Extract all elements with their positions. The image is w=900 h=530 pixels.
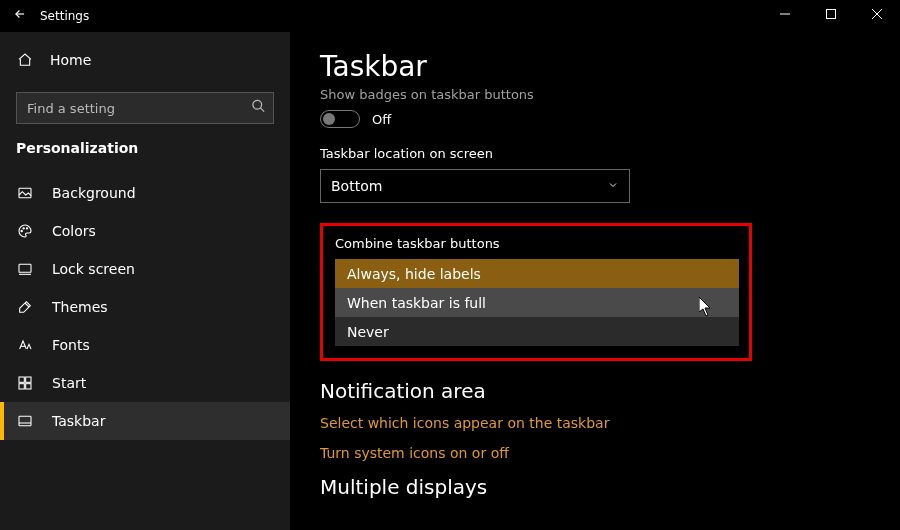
svg-rect-13 — [19, 377, 24, 382]
nav-label: Start — [52, 375, 86, 391]
lock-screen-icon — [16, 260, 34, 278]
colors-icon — [16, 222, 34, 240]
category-label: Personalization — [0, 134, 290, 170]
nav-label: Background — [52, 185, 136, 201]
combine-highlight: Combine taskbar buttons Always, hide lab… — [320, 223, 752, 361]
badges-toggle[interactable] — [320, 110, 360, 128]
link-select-icons[interactable]: Select which icons appear on the taskbar — [320, 415, 900, 431]
taskbar-icon — [16, 412, 34, 430]
svg-rect-15 — [19, 384, 24, 389]
svg-rect-16 — [26, 384, 31, 389]
nav-label: Taskbar — [52, 413, 105, 429]
svg-line-5 — [260, 108, 264, 112]
combine-dropdown-list: Always, hide labels When taskbar is full… — [335, 259, 739, 346]
notification-section: Notification area — [320, 379, 900, 403]
nav-label: Fonts — [52, 337, 90, 353]
themes-icon — [16, 298, 34, 316]
window-title: Settings — [40, 9, 89, 23]
svg-point-9 — [26, 228, 27, 229]
nav-fonts[interactable]: Fonts — [0, 326, 290, 364]
link-system-icons[interactable]: Turn system icons on or off — [320, 445, 900, 461]
svg-point-4 — [253, 100, 262, 109]
nav-lock-screen[interactable]: Lock screen — [0, 250, 290, 288]
nav-list: Background Colors Lock screen — [0, 174, 290, 440]
nav-label: Lock screen — [52, 261, 135, 277]
home-icon — [16, 51, 34, 69]
maximize-button[interactable] — [808, 0, 854, 32]
titlebar: Settings — [0, 0, 900, 32]
back-button[interactable] — [0, 0, 40, 32]
minimize-button[interactable] — [762, 0, 808, 32]
content: Taskbar Show badges on taskbar buttons O… — [290, 32, 900, 530]
sidebar: Home Personalization Background — [0, 32, 290, 530]
chevron-down-icon — [607, 179, 619, 194]
start-icon — [16, 374, 34, 392]
location-label: Taskbar location on screen — [320, 146, 900, 161]
close-button[interactable] — [854, 0, 900, 32]
search-input[interactable] — [16, 92, 274, 124]
search-wrap — [16, 92, 274, 124]
page-title: Taskbar — [320, 50, 900, 83]
nav-label: Colors — [52, 223, 96, 239]
nav-colors[interactable]: Colors — [0, 212, 290, 250]
combine-option-never[interactable]: Never — [335, 317, 739, 346]
nav-taskbar[interactable]: Taskbar — [0, 402, 290, 440]
svg-rect-10 — [19, 264, 31, 272]
location-value: Bottom — [331, 178, 382, 194]
svg-rect-14 — [26, 377, 31, 382]
badges-toggle-row: Off — [320, 110, 900, 128]
nav-start[interactable]: Start — [0, 364, 290, 402]
combine-option-when-full[interactable]: When taskbar is full — [335, 288, 739, 317]
nav-themes[interactable]: Themes — [0, 288, 290, 326]
location-dropdown[interactable]: Bottom — [320, 169, 630, 203]
background-icon — [16, 184, 34, 202]
badges-toggle-state: Off — [372, 112, 391, 127]
combine-option-always[interactable]: Always, hide labels — [335, 259, 739, 288]
nav-background[interactable]: Background — [0, 174, 290, 212]
fonts-icon — [16, 336, 34, 354]
badges-label: Show badges on taskbar buttons — [320, 87, 900, 102]
svg-point-8 — [23, 228, 24, 229]
multiple-displays-section: Multiple displays — [320, 475, 900, 499]
combine-label: Combine taskbar buttons — [335, 236, 737, 251]
body: Home Personalization Background — [0, 32, 900, 530]
home-label: Home — [50, 52, 91, 68]
nav-label: Themes — [52, 299, 108, 315]
home-nav[interactable]: Home — [0, 40, 290, 80]
settings-window: Settings Home Person — [0, 0, 900, 530]
search-icon — [251, 99, 266, 118]
svg-rect-17 — [19, 416, 31, 425]
svg-rect-1 — [827, 10, 836, 19]
svg-point-7 — [21, 230, 22, 231]
